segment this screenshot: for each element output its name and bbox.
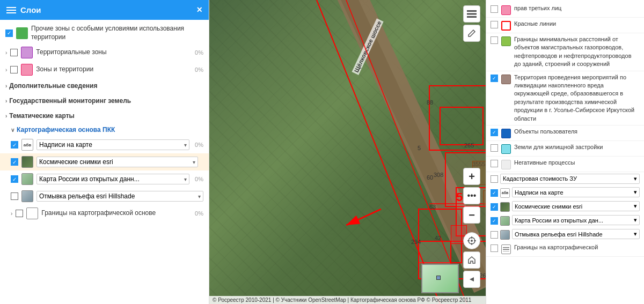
r-icon-nadpisi: абв	[500, 188, 510, 198]
section-dop[interactable]: › Дополнительные сведения	[0, 78, 209, 93]
zoom-out-btn[interactable]: −	[463, 206, 480, 224]
layer-kosmicheskie[interactable]: Космические снимки esri ▾	[0, 153, 209, 170]
arrow-pkk: ∨	[11, 127, 14, 133]
opacity-granicy: 0%	[195, 210, 203, 217]
r-checkbox-nadpisi[interactable]	[491, 189, 498, 197]
r-layer-obekty[interactable]: Объекты пользователя	[486, 125, 644, 141]
layer-karta[interactable]: Карта России из открытых данн... ▾ 0%	[0, 170, 209, 188]
r-checkbox-krasnye[interactable]	[491, 21, 498, 28]
checkbox-karta[interactable]	[11, 175, 18, 183]
arrow-dop: ›	[5, 83, 7, 89]
r-checkbox-territoriya[interactable]	[491, 75, 498, 82]
section-tematic[interactable]: › Тематические карты	[0, 108, 209, 123]
r-dropdown-nadpisi[interactable]: Надписи на карте ▾	[512, 187, 640, 197]
dropdown-otmyvka[interactable]: Отмывка рельефа esri Hillshade ▾	[36, 191, 203, 202]
num-88: 88	[427, 99, 433, 106]
r-checkbox-otmyvka[interactable]	[491, 231, 498, 239]
r-checkbox-obekty[interactable]	[491, 129, 498, 136]
r-icon-prava	[501, 5, 511, 15]
r-checkbox-zemli[interactable]	[491, 144, 498, 152]
pencil-btn[interactable]	[463, 25, 480, 42]
checkbox-zony[interactable]	[10, 66, 18, 73]
r-layer-nadpisi[interactable]: абв Надписи на карте ▾	[486, 186, 644, 199]
footer-text: © Росреестр 2010-2021 | © Участники Open…	[213, 297, 471, 303]
more-btn[interactable]: •••	[463, 187, 480, 204]
zoom-in-btn[interactable]: +	[463, 168, 480, 185]
checkbox-nadpisi[interactable]	[11, 141, 18, 149]
r-label-krasnye: Красные линии	[514, 20, 640, 28]
checkbox-granicy[interactable]	[16, 210, 23, 217]
section-gosmon[interactable]: › Государственный мониторинг земель	[0, 93, 209, 108]
layer-granicy[interactable]: › Границы на картографической основе 0%	[0, 205, 209, 222]
layer-zony[interactable]: › Зоны и территории 0%	[0, 61, 209, 78]
num-63: 63	[429, 204, 436, 210]
r-layer-prava[interactable]: прав третьих лиц	[486, 2, 644, 18]
num-42: 42	[435, 235, 441, 241]
r-dropdown-kadastrovaya[interactable]: Кадастровая стоимость ЗУ ▾	[500, 174, 640, 184]
r-checkbox-granicy-min[interactable]	[491, 36, 498, 44]
r-layer-karta[interactable]: Карта России из открытых дан... ▾	[486, 213, 644, 227]
r-layer-negativnye[interactable]: Негативные процессы	[486, 157, 644, 172]
r-layer-kosmicheskie[interactable]: Космические снимки esri ▾	[486, 199, 644, 213]
share-btn[interactable]	[463, 271, 480, 288]
map-area[interactable]: Щёлковское шоссе	[209, 0, 486, 304]
panel-title: Слои	[20, 5, 41, 14]
r-checkbox-kadastrovaya[interactable]	[491, 175, 498, 183]
layer-prochie[interactable]: Прочие зоны с особыми условиями использо…	[0, 22, 209, 44]
r-icon-obekty	[501, 129, 511, 138]
r-checkbox-prava[interactable]	[491, 5, 498, 13]
home-btn[interactable]	[463, 251, 480, 269]
layers-btn[interactable]	[463, 5, 480, 23]
num-265: 265	[464, 142, 474, 149]
opacity-nadpisi: 0%	[195, 142, 203, 148]
r-icon-granicy-min	[501, 36, 511, 46]
close-icon[interactable]: ×	[196, 4, 202, 16]
r-layer-otmyvka[interactable]: Отмывка рельефа esri Hillshade ▾	[486, 227, 644, 241]
dropdown-kosmicheskie[interactable]: Космические снимки esri ▾	[36, 157, 198, 167]
checkbox-kosmicheskie[interactable]	[11, 158, 18, 166]
dropdown-karta[interactable]: Карта России из открытых данн... ▾	[36, 174, 189, 184]
section-pkk[interactable]: ∨ Картографическая основа ПКК	[0, 123, 209, 136]
label-prochie: Прочие зоны с особыми условиями использо…	[31, 25, 203, 41]
dropdown-otmyvka-arrow: ▾	[198, 194, 201, 199]
r-layer-granicy-min[interactable]: Границы минимальных расстояний от объект…	[486, 33, 644, 71]
r-layer-kadastrovaya[interactable]: Кадастровая стоимость ЗУ ▾	[486, 172, 644, 186]
icon-kosmicheskie	[21, 156, 33, 168]
hamburger-icon[interactable]	[6, 7, 16, 13]
checkbox-territorial[interactable]	[10, 49, 18, 56]
expand-territorial[interactable]: ›	[5, 50, 7, 56]
r-checkbox-kosmicheskie[interactable]	[491, 203, 498, 211]
label-gosmon: Государственный мониторинг земель	[9, 97, 131, 105]
icon-karta	[21, 173, 33, 185]
icon-granicy	[26, 207, 38, 219]
r-checkbox-granicy[interactable]	[491, 244, 498, 252]
location-btn[interactable]	[463, 232, 480, 249]
r-dropdown-kosmicheskie[interactable]: Космические снимки esri ▾	[512, 201, 640, 211]
layer-nadpisi[interactable]: абв Надписи на карте ▾ 0%	[0, 136, 209, 153]
checkbox-otmyvka[interactable]	[11, 192, 18, 200]
mini-map-dot	[436, 276, 441, 280]
layer-territorial[interactable]: › Территориальные зоны 0%	[0, 44, 209, 61]
expand-zony[interactable]: ›	[5, 67, 7, 73]
icon-territorial	[21, 47, 33, 58]
r-layer-zemli[interactable]: Земли для жилищной застройки	[486, 141, 644, 157]
r-checkbox-negativnye[interactable]	[491, 160, 498, 167]
r-dropdown-otmyvka-label: Отмывка рельефа esri Hillshade	[515, 231, 603, 238]
r-layer-granicy[interactable]: Границы на картографической	[486, 241, 644, 257]
r-checkbox-karta[interactable]	[491, 217, 498, 225]
expand-granicy[interactable]: ›	[11, 211, 12, 217]
label-tematic: Тематические карты	[9, 112, 74, 120]
dropdown-nadpisi[interactable]: Надписи на карте ▾	[36, 139, 189, 150]
r-dropdown-otmyvka[interactable]: Отмывка рельефа esri Hillshade ▾	[512, 229, 640, 239]
r-dropdown-nadpisi-arrow: ▾	[634, 189, 637, 196]
r-layer-territoriya[interactable]: Территория проведения мероприятий по лик…	[486, 71, 644, 125]
icon-otmyvka	[21, 190, 33, 202]
mini-map[interactable]	[421, 264, 459, 293]
r-dropdown-kadastrovaya-label: Кадастровая стоимость ЗУ	[503, 175, 577, 182]
layer-otmyvka[interactable]: Отмывка рельефа esri Hillshade ▾	[0, 188, 209, 205]
checkbox-prochie[interactable]	[5, 29, 13, 37]
r-dropdown-karta[interactable]: Карта России из открытых дан... ▾	[512, 215, 640, 225]
dropdown-otmyvka-label: Отмывка рельефа esri Hillshade	[39, 192, 135, 200]
r-layer-krasnye[interactable]: Красные линии	[486, 18, 644, 33]
dropdown-karta-arrow: ▾	[184, 176, 187, 182]
